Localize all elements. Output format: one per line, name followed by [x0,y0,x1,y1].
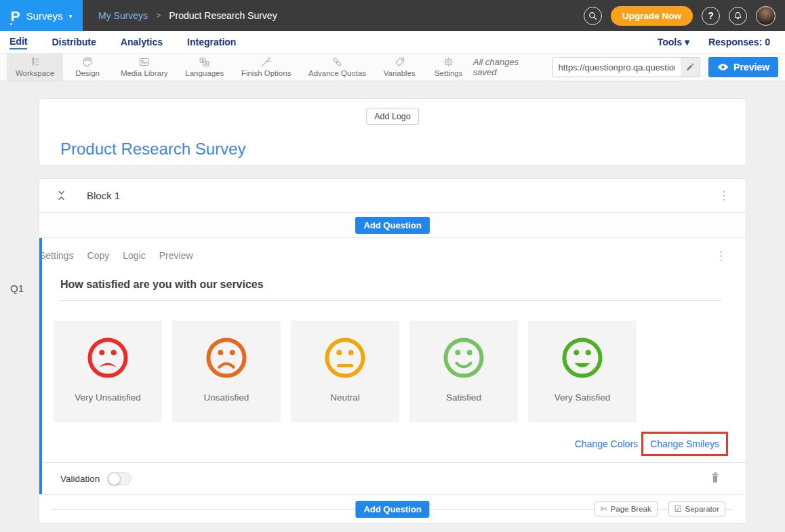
collapse-icon [56,190,66,201]
question-selected-stripe [39,238,42,494]
search-icon [588,11,598,21]
smiley-option-satisfied[interactable]: Satisfied [409,321,518,422]
separator-button[interactable]: ☑ Separator [668,502,725,516]
breadcrumb-separator-icon: > [156,11,161,20]
smiley-option-neutral[interactable]: Neutral [291,321,399,422]
chevron-down-icon: ▾ [685,37,689,47]
bell-icon [733,11,743,21]
question-actions: Settings Copy Logic Preview ⋮ [39,247,746,264]
neutral-smiley-icon [323,335,367,380]
tab-edit[interactable]: Edit [9,35,27,49]
section-nav: Edit Distribute Analytics Integration To… [0,31,785,53]
responses-count: Responses: 0 [708,37,770,47]
validation-toggle[interactable] [107,472,132,485]
smiley-option-unsatisfied[interactable]: Unsatisfied [172,321,281,422]
toolbar-item-finish-options[interactable]: Finish Options [233,54,300,81]
toolbar-item-design[interactable]: Design [63,54,112,81]
pencil-icon [685,62,695,72]
add-logo-button[interactable]: Add Logo [366,108,419,125]
block-footer: Add Question ✄ Page Break ☑ Separator [39,495,746,523]
question-card: Settings Copy Logic Preview ⋮ How satisf… [39,238,746,495]
question-settings-link[interactable]: Settings [39,250,74,261]
trash-icon [710,472,720,483]
checkbox-icon: ☑ [675,504,682,514]
notifications-button[interactable] [729,7,747,25]
workspace-canvas: Q1 Add Logo Product Research Survey Bloc… [0,81,785,532]
editor-toolbar: Workspace Design Media Library Languages… [0,53,785,81]
breadcrumb: My Surveys > Product Research Survey [98,10,277,21]
question-code: Q1 [10,283,24,294]
block-header: Block 1 ⋮ [39,179,746,213]
very-unsatisfied-smiley-icon [85,335,130,380]
eye-icon [717,63,729,71]
satisfied-smiley-icon [441,335,486,380]
block-card: Block 1 ⋮ Add Question Settings Copy Log… [39,178,746,524]
question-text[interactable]: How satisfied are you with our services [60,279,721,291]
breadcrumb-my-surveys[interactable]: My Surveys [98,10,148,21]
change-links-row: Change Colors Change Smileys [39,432,728,456]
toolbar-item-variables[interactable]: Variables [375,54,424,81]
questionpro-logo-icon: P [10,9,20,23]
collapse-block-button[interactable] [56,190,66,201]
question-menu-button[interactable]: ⋮ [715,250,727,262]
user-avatar[interactable] [756,6,776,26]
translate-icon [199,56,210,68]
edit-url-button[interactable] [681,58,700,77]
page-break-button[interactable]: ✄ Page Break [595,502,658,516]
search-button[interactable] [584,7,602,25]
unsatisfied-smiley-icon [204,335,249,380]
survey-header-card: Add Logo Product Research Survey [39,98,746,166]
smiley-option-very-satisfied[interactable]: Very Satisfied [528,321,637,422]
validation-label: Validation [60,474,100,484]
help-button[interactable]: ? [702,7,720,25]
scissors-icon: ✄ [601,504,607,514]
toolbar-item-settings[interactable]: Settings [424,54,473,81]
tab-distribute[interactable]: Distribute [52,35,96,49]
survey-title[interactable]: Product Research Survey [60,140,245,159]
topbar-actions: Upgrade Now ? [584,6,785,26]
image-icon [138,56,150,68]
save-status: All changes saved [473,57,544,77]
magic-wand-icon [260,56,272,68]
block-menu-button[interactable]: ⋮ [718,190,729,201]
change-colors-link[interactable]: Change Colors [575,438,638,449]
change-smileys-link[interactable]: Change Smileys [650,438,719,449]
very-satisfied-smiley-icon [560,335,605,380]
question-preview-link[interactable]: Preview [159,250,193,261]
survey-url-input[interactable] [553,58,681,77]
workspace-icon [29,56,41,68]
survey-url-group [552,57,701,77]
tag-icon [394,56,405,68]
chain-links-icon [331,56,343,68]
upgrade-now-button[interactable]: Upgrade Now [611,6,693,26]
preview-button[interactable]: Preview [708,57,778,77]
palette-icon [82,56,94,68]
question-divider [60,300,721,301]
tools-dropdown[interactable]: Tools ▾ [658,37,689,47]
app-menu-label: Surveys [26,10,62,22]
validation-row: Validation [39,462,746,494]
chevron-down-icon: ▾ [69,12,73,20]
add-question-button-top[interactable]: Add Question [355,217,429,234]
toolbar-item-workspace[interactable]: Workspace [7,54,63,81]
top-bar: P Surveys ▾ My Surveys > Product Researc… [0,0,785,31]
toolbar-item-advance-quotas[interactable]: Advance Quotas [300,54,375,81]
toolbar-item-media-library[interactable]: Media Library [112,54,176,81]
add-question-button-bottom[interactable]: Add Question [355,501,429,518]
tab-analytics[interactable]: Analytics [121,35,163,49]
question-copy-link[interactable]: Copy [87,250,110,261]
tab-integration[interactable]: Integration [187,35,236,49]
add-question-strip-top: Add Question [39,213,746,238]
question-mark-icon: ? [708,10,714,21]
change-smileys-highlight-box: Change Smileys [641,432,728,456]
app-menu-surveys[interactable]: P Surveys ▾ [0,0,83,31]
block-title[interactable]: Block 1 [87,190,120,201]
question-logic-link[interactable]: Logic [123,250,145,261]
smiley-options: Very Unsatisfied Unsatisfied Neutral [54,321,746,422]
toolbar-item-languages[interactable]: Languages [176,54,233,81]
breadcrumb-current: Product Research Survey [169,10,277,21]
gear-icon [443,56,454,68]
delete-question-button[interactable] [710,472,720,485]
smiley-option-very-unsatisfied[interactable]: Very Unsatisfied [54,321,162,422]
